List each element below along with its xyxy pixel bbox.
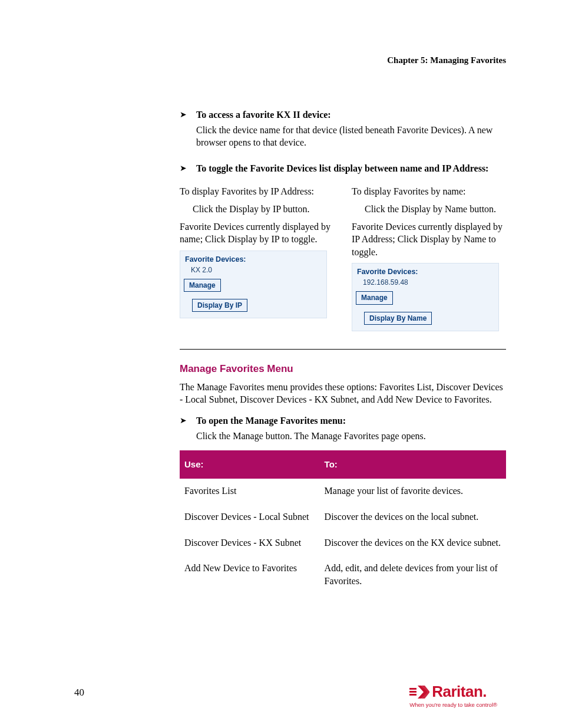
option-desc: Discover the devices on the local subnet… — [320, 505, 506, 531]
col-caption: Favorite Devices currently displayed by … — [180, 220, 334, 246]
col-caption: Favorite Devices currently displayed by … — [352, 220, 506, 259]
svg-rect-2 — [409, 688, 416, 690]
widget-title: Favorite Devices: — [356, 266, 495, 278]
col-step: Click the Display by Name button. — [352, 203, 506, 216]
task-access-favorite: ➤ To access a favorite KX II device: Cli… — [180, 108, 506, 149]
manage-favorites-options-table: Use: To: Favorites List Manage your list… — [180, 450, 506, 594]
favorite-device-item[interactable]: KX 2.0 — [184, 265, 323, 278]
option-desc: Manage your list of favorite devices. — [320, 479, 506, 505]
widget-title: Favorite Devices: — [184, 253, 323, 265]
page-number: 40 — [74, 687, 84, 699]
task-title: To open the Manage Favorites menu: — [180, 414, 506, 427]
col-display-by-ip: To display Favorites by IP Address: Clic… — [180, 185, 334, 331]
option-name: Add New Device to Favorites — [180, 556, 320, 594]
col-intro: To display Favorites by IP Address: — [180, 185, 334, 198]
task-toggle-display: ➤ To toggle the Favorite Devices list di… — [180, 162, 506, 331]
option-name: Favorites List — [180, 479, 320, 505]
favorite-devices-widget-right: Favorite Devices: 192.168.59.48 Manage D… — [352, 263, 499, 331]
option-desc: Add, edit, and delete devices from your … — [320, 556, 506, 594]
bullet-arrow-icon: ➤ — [180, 163, 187, 174]
table-header-to: To: — [320, 450, 506, 479]
option-name: Discover Devices - Local Subnet — [180, 505, 320, 531]
manage-button[interactable]: Manage — [356, 291, 393, 304]
footer-logo: Raritan. When you're ready to take contr… — [409, 683, 497, 708]
section-divider — [180, 349, 506, 350]
brand-name: Raritan. — [432, 683, 487, 701]
display-by-ip-button[interactable]: Display By IP — [192, 299, 247, 312]
favorite-device-item[interactable]: 192.168.59.48 — [356, 278, 495, 290]
col-step: Click the Display by IP button. — [180, 203, 334, 216]
manage-button[interactable]: Manage — [184, 279, 221, 292]
task-body: Click the device name for that device (l… — [180, 124, 506, 149]
table-row: Discover Devices - Local Subnet Discover… — [180, 505, 506, 531]
section-heading: Manage Favorites Menu — [180, 363, 506, 376]
option-name: Discover Devices - KX Subnet — [180, 531, 320, 556]
task-title: To toggle the Favorite Devices list disp… — [180, 162, 506, 175]
svg-rect-1 — [409, 694, 416, 696]
table-row: Discover Devices - KX Subnet Discover th… — [180, 531, 506, 556]
section-intro: The Manage Favorites menu provides these… — [180, 381, 506, 406]
table-header-use: Use: — [180, 450, 320, 479]
bullet-arrow-icon: ➤ — [180, 416, 187, 427]
bullet-arrow-icon: ➤ — [180, 110, 187, 121]
brand-block: Raritan. — [409, 683, 497, 701]
content-column: ➤ To access a favorite KX II device: Cli… — [180, 65, 506, 594]
svg-rect-0 — [409, 691, 416, 693]
table-row: Favorites List Manage your list of favor… — [180, 479, 506, 505]
display-by-name-button[interactable]: Display By Name — [364, 312, 432, 325]
task-body: Click the Manage button. The Manage Favo… — [180, 430, 506, 443]
widget-bottom-row: Display By Name — [356, 311, 495, 325]
favorite-devices-widget-left: Favorite Devices: KX 2.0 Manage Display … — [180, 251, 327, 318]
page: Chapter 5: Managing Favorites ➤ To acces… — [0, 0, 562, 728]
brand-tagline: When you're ready to take control® — [409, 701, 497, 708]
col-display-by-name: To display Favorites by name: Click the … — [352, 185, 506, 331]
raritan-mark-icon — [409, 684, 429, 700]
running-head: Chapter 5: Managing Favorites — [387, 55, 506, 65]
task-title: To access a favorite KX II device: — [180, 108, 506, 121]
option-desc: Discover the devices on the KX device su… — [320, 531, 506, 556]
widget-bottom-row: Display By IP — [184, 298, 323, 312]
table-row: Add New Device to Favorites Add, edit, a… — [180, 556, 506, 594]
col-intro: To display Favorites by name: — [352, 185, 506, 198]
two-column-block: To display Favorites by IP Address: Clic… — [180, 185, 506, 331]
task-open-manage-favorites: ➤ To open the Manage Favorites menu: Cli… — [180, 414, 506, 442]
